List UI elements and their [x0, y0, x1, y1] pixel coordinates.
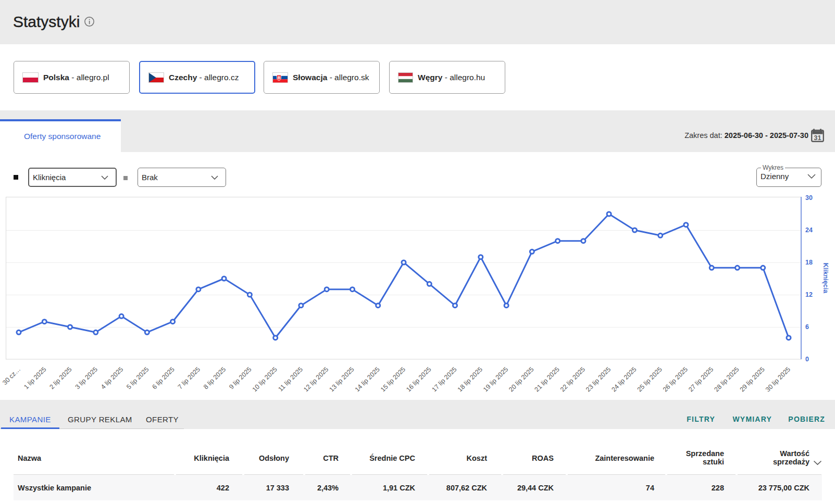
svg-text:18 lip 2025: 18 lip 2025	[456, 366, 484, 393]
svg-text:0: 0	[805, 356, 809, 363]
svg-text:31: 31	[814, 134, 821, 142]
svg-text:12 lip 2025: 12 lip 2025	[302, 366, 330, 393]
svg-text:3 lip 2025: 3 lip 2025	[74, 366, 99, 390]
svg-text:13 lip 2025: 13 lip 2025	[328, 366, 355, 393]
svg-text:21 lip 2025: 21 lip 2025	[533, 366, 561, 393]
svg-text:25 lip 2025: 25 lip 2025	[636, 366, 664, 393]
svg-text:5 lip 2025: 5 lip 2025	[125, 366, 150, 390]
svg-text:6 lip 2025: 6 lip 2025	[151, 366, 176, 390]
svg-text:29 lip 2025: 29 lip 2025	[739, 366, 766, 393]
svg-text:24 lip 2025: 24 lip 2025	[610, 366, 638, 393]
svg-text:19 lip 2025: 19 lip 2025	[482, 366, 509, 393]
svg-text:11 lip 2025: 11 lip 2025	[277, 366, 305, 393]
svg-text:4 lip 2025: 4 lip 2025	[99, 366, 124, 390]
svg-text:1 lip 2025: 1 lip 2025	[22, 366, 47, 390]
svg-text:23 lip 2025: 23 lip 2025	[584, 366, 612, 393]
svg-text:10 lip 2025: 10 lip 2025	[251, 366, 279, 393]
svg-text:27 lip 2025: 27 lip 2025	[687, 366, 715, 393]
svg-text:2 lip 2025: 2 lip 2025	[48, 366, 73, 390]
svg-text:30 lip 2025: 30 lip 2025	[764, 366, 792, 393]
svg-text:9 lip 2025: 9 lip 2025	[228, 366, 253, 390]
svg-text:24: 24	[805, 226, 813, 234]
svg-text:30: 30	[805, 194, 813, 201]
svg-text:28 lip 2025: 28 lip 2025	[713, 366, 740, 393]
svg-text:12: 12	[805, 291, 813, 298]
svg-text:16 lip 2025: 16 lip 2025	[405, 366, 432, 393]
svg-text:30 cz…: 30 cz…	[1, 366, 22, 386]
svg-text:26 lip 2025: 26 lip 2025	[662, 366, 689, 393]
svg-text:17 lip 2025: 17 lip 2025	[430, 366, 458, 393]
svg-text:6: 6	[805, 323, 809, 331]
svg-text:15 lip 2025: 15 lip 2025	[379, 366, 407, 393]
svg-text:8 lip 2025: 8 lip 2025	[202, 366, 227, 390]
svg-text:22 lip 2025: 22 lip 2025	[559, 366, 587, 393]
svg-text:14 lip 2025: 14 lip 2025	[354, 366, 381, 393]
svg-text:18: 18	[805, 259, 813, 266]
svg-text:20 lip 2025: 20 lip 2025	[507, 366, 535, 393]
svg-text:7 lip 2025: 7 lip 2025	[177, 366, 202, 390]
svg-text:Kliknięcia: Kliknięcia	[822, 263, 829, 294]
